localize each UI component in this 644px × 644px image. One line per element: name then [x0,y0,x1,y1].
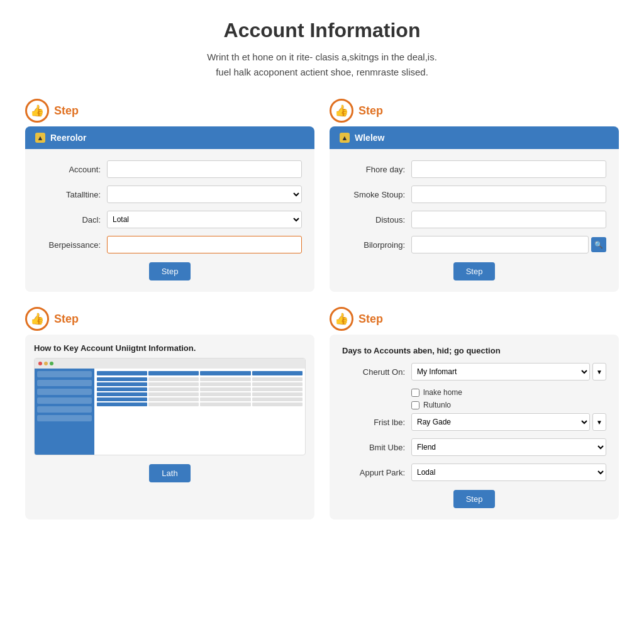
table-row-cell [252,402,303,406]
bmit-ube-label: Bmit Ube: [342,443,405,452]
table-row-cell [97,382,147,386]
step-1-btn[interactable]: Step [149,262,191,280]
table-row-cell [200,392,250,396]
berpeissance-label: Berpeissance: [38,240,101,250]
bilorproing-row: Bilorproing: Into..4daeodl 🔍 [342,236,606,253]
sidebar-mini-item [37,397,92,404]
table-mini-row [97,387,303,391]
appurt-park-label: Appurt Park: [342,468,405,477]
table-row-cell [97,402,147,406]
rultunlo-label: Rultunlo [423,401,451,409]
steps-grid: 👍 Step ▲ Reerolor Account: Tatalltine: [25,99,619,519]
step-3-label: Step [54,313,79,326]
step-3-icon: 👍 [25,307,49,331]
bilorproing-input-wrapper: Into..4daeodl 🔍 [411,236,606,253]
tatalltine-row: Tatalltine: [38,186,302,203]
step-4-btn[interactable]: Step [453,490,496,508]
table-mini-row [97,397,303,401]
smoke-stoup-label: Smoke Stoup: [342,190,405,199]
step-4-icon: 👍 [330,307,353,331]
step-2-card-body: Fhore day: Smoke Stoup: Distous: Bilorpr… [330,149,619,292]
rultunlo-checkbox[interactable] [411,401,419,409]
step-1-header: 👍 Step [25,99,314,123]
account-input[interactable] [107,160,302,178]
checkbox-row-1: lnake home [411,388,606,397]
fhore-day-input[interactable] [411,160,606,178]
cherutt-on-select-wrapper: My Infomart ▼ [411,363,606,380]
dacl-row: Dacl: Lotal [38,211,302,228]
table-row-cell [148,377,199,381]
account-label: Account: [38,165,101,174]
frist-lbe-select[interactable]: Ray Gade [411,413,590,431]
step-1-card: ▲ Reerolor Account: Tatalltine: Dacl: [25,126,314,292]
table-row-cell [200,402,250,406]
berpeissance-input[interactable] [107,236,302,253]
table-row-cell [97,387,147,391]
sidebar-mini [35,369,94,455]
frist-lbe-label: Frist lbe: [342,418,405,427]
dot-red [38,362,42,365]
step-4-card: Days to Accounts aben, hid; go quection … [330,335,619,519]
frist-lbe-expand-btn[interactable]: ▼ [592,413,606,431]
frist-lbe-row: Frist lbe: Ray Gade ▼ [342,413,606,431]
account-row: Account: [38,160,302,178]
appurt-park-row: Appurt Park: Lodal [342,464,606,481]
tatalltine-label: Tatalltine: [38,190,101,199]
table-row-cell [148,387,199,391]
step-3-btn[interactable]: Lath [149,464,190,482]
table-row-cell [97,397,147,401]
smoke-stoup-input[interactable] [411,186,606,203]
step-2-btn[interactable]: Step [453,262,496,280]
table-row-cell [148,392,199,396]
cherutt-on-label: Cherutt On: [342,367,405,377]
smoke-stoup-row: Smoke Stoup: [342,186,606,203]
inake-home-checkbox[interactable] [411,389,419,397]
table-row-cell [200,377,250,381]
step-4-container: 👍 Step Days to Accounts aben, hid; go qu… [330,307,619,519]
table-header-cell [200,371,250,375]
step-4-header: 👍 Step [330,307,619,331]
warning-icon-2: ▲ [340,133,350,143]
table-row-cell [200,387,250,391]
cherutt-on-row: Cherutt On: My Infomart ▼ [342,363,606,380]
distous-row: Distous: [342,211,606,228]
table-mini-row [97,377,303,381]
dacl-select[interactable]: Lotal [107,211,302,228]
table-row-cell [252,377,303,381]
bilorproing-label: Bilorproing: [342,240,405,250]
step-2-card-header: ▲ Wlelew [330,126,619,149]
berpeissance-row: Berpeissance: [38,236,302,253]
table-header-cell [97,371,147,375]
table-row-cell [148,402,199,406]
step-2-header: 👍 Step [330,99,619,123]
table-mini-row [97,392,303,396]
tatalltine-select[interactable] [107,186,302,203]
step-2-label: Step [358,104,383,118]
step-1-card-header: ▲ Reerolor [25,126,314,149]
step-3-header: 👍 Step [25,307,314,331]
appurt-park-select[interactable]: Lodal [411,464,606,481]
table-row-cell [200,397,250,401]
dot-yellow [44,362,48,365]
screenshot-title: How to Key Account Uniigtnt Information. [34,343,306,353]
step-4-label: Step [358,313,383,326]
cherutt-on-expand-btn[interactable]: ▼ [592,363,606,380]
bilorproing-input[interactable]: Into..4daeodl [411,236,589,253]
table-row-cell [148,397,199,401]
days-title: Days to Accounts aben, hid; go quection [342,346,606,355]
screenshot-preview [34,358,306,455]
table-row-cell [252,397,303,401]
table-row-cell [97,392,147,396]
distous-input[interactable] [411,211,606,228]
step-2-container: 👍 Step ▲ Wlelew Fhore day: Smoke Stoup: … [330,99,619,292]
table-row-cell [252,382,303,386]
bilorproing-search-btn[interactable]: 🔍 [591,237,606,252]
step-4-card-body: Days to Accounts aben, hid; go quection … [330,335,619,519]
table-row-cell [148,382,199,386]
page-subtitle: Wrint th et hone on it rite- clasis a,sk… [25,50,619,80]
cherutt-on-select[interactable]: My Infomart [411,363,590,380]
bmit-ube-select[interactable]: Flend [411,438,606,456]
browser-bar [35,358,305,369]
table-header-cell [148,371,199,375]
frist-lbe-select-wrapper: Ray Gade ▼ [411,413,606,431]
